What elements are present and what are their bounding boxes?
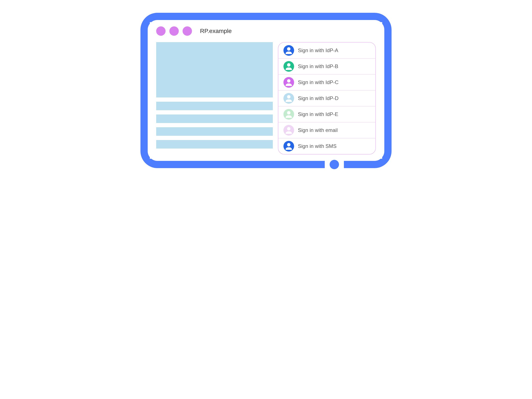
browser-window: RP.example Sign in with IdP-A: [150, 22, 382, 159]
svg-point-11: [287, 127, 291, 130]
svg-point-9: [287, 111, 291, 114]
signin-label: Sign in with IdP-C: [298, 79, 339, 85]
text-line-placeholder: [156, 102, 273, 110]
svg-point-7: [287, 95, 291, 99]
signin-label: Sign in with IdP-B: [298, 63, 338, 69]
svg-point-1: [287, 47, 291, 51]
svg-point-13: [287, 143, 291, 146]
signin-option-idp-b[interactable]: Sign in with IdP-B: [278, 58, 375, 75]
main-content: [156, 42, 273, 154]
content-area: Sign in with IdP-A Sign in with IdP-B Si…: [150, 42, 382, 159]
window-dot-icon: [156, 26, 165, 36]
user-icon: [284, 141, 294, 152]
signin-panel: Sign in with IdP-A Sign in with IdP-B Si…: [278, 42, 376, 154]
signin-label: Sign in with IdP-D: [298, 95, 339, 101]
user-icon: [284, 77, 294, 88]
window-controls: [156, 26, 192, 36]
signin-label: Sign in with IdP-E: [298, 111, 338, 117]
signin-label: Sign in with SMS: [298, 143, 336, 149]
user-icon: [284, 45, 294, 56]
device-frame: RP.example Sign in with IdP-A: [140, 13, 392, 168]
text-line-placeholder: [156, 114, 273, 123]
user-icon: [284, 125, 294, 136]
user-icon: [284, 61, 294, 72]
device-notch: [325, 161, 344, 168]
signin-option-idp-e[interactable]: Sign in with IdP-E: [278, 106, 375, 122]
signin-option-idp-d[interactable]: Sign in with IdP-D: [278, 90, 375, 106]
signin-option-idp-a[interactable]: Sign in with IdP-A: [278, 43, 375, 58]
user-icon: [284, 93, 294, 104]
hero-placeholder: [156, 42, 273, 97]
text-line-placeholder: [156, 127, 273, 136]
signin-label: Sign in with IdP-A: [298, 47, 338, 53]
signin-option-idp-c[interactable]: Sign in with IdP-C: [278, 75, 375, 90]
svg-point-3: [287, 63, 291, 67]
text-line-placeholder: [156, 140, 273, 149]
window-dot-icon: [169, 26, 179, 36]
signin-option-email[interactable]: Sign in with email: [278, 122, 375, 138]
user-icon: [284, 109, 294, 120]
window-dot-icon: [183, 26, 192, 36]
signin-option-sms[interactable]: Sign in with SMS: [278, 138, 375, 154]
device-home-button-icon: [330, 160, 339, 169]
url-text: RP.example: [200, 28, 232, 34]
svg-point-5: [287, 79, 291, 82]
signin-label: Sign in with email: [298, 127, 338, 133]
browser-header: RP.example: [150, 22, 382, 42]
